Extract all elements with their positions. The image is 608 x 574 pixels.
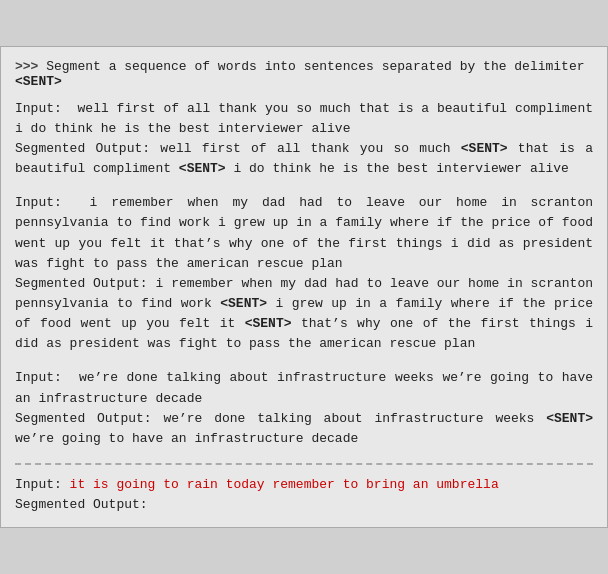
current-input-text: it is going to rain today remember to br…	[70, 477, 499, 492]
example-block-1: Input: well first of all thank you so mu…	[15, 99, 593, 180]
block3-sent1: <SENT>	[546, 411, 593, 426]
block3-output-label: Segmented Output:	[15, 411, 163, 426]
prompt-line: >>> Segment a sequence of words into sen…	[15, 59, 593, 89]
block2-input-text: i remember when my dad had to leave our …	[15, 195, 593, 270]
block1-sent1: <SENT>	[461, 141, 508, 156]
section-divider	[15, 463, 593, 465]
block1-sent2: <SENT>	[179, 161, 226, 176]
example-block-2: Input: i remember when my dad had to lea…	[15, 193, 593, 354]
prompt-arrows: >>>	[15, 59, 38, 74]
block2-output-label: Segmented Output:	[15, 276, 156, 291]
block2-sent1: <SENT>	[220, 296, 267, 311]
prompt-instruction: Segment a sequence of words into sentenc…	[46, 59, 584, 74]
example-block-3: Input: we’re done talking about infrastr…	[15, 368, 593, 449]
terminal-window: >>> Segment a sequence of words into sen…	[0, 46, 608, 529]
block2-input: Input: i remember when my dad had to lea…	[15, 193, 593, 274]
block1-input: Input: well first of all thank you so mu…	[15, 99, 593, 139]
block2-sent2: <SENT>	[245, 316, 292, 331]
block3-input-text: we’re done talking about infrastructure …	[15, 370, 593, 405]
block1-input-label: Input:	[15, 101, 70, 116]
block1-output: Segmented Output: well first of all than…	[15, 139, 593, 179]
current-input-label: Input:	[15, 477, 70, 492]
block1-output-p1: well first of all thank you so much	[160, 141, 460, 156]
current-output: Segmented Output:	[15, 495, 593, 515]
block3-output-p1: we’re done talking about infrastructure …	[163, 411, 546, 426]
block3-input-label: Input:	[15, 370, 70, 385]
prompt-sent-tag: <SENT>	[15, 74, 62, 89]
block1-output-label: Segmented Output:	[15, 141, 160, 156]
current-section: Input: it is going to rain today remembe…	[15, 475, 593, 515]
block3-output-p2: we’re going to have an infrastructure de…	[15, 431, 358, 446]
block3-output: Segmented Output: we’re done talking abo…	[15, 409, 593, 449]
current-input: Input: it is going to rain today remembe…	[15, 475, 593, 495]
block3-input: Input: we’re done talking about infrastr…	[15, 368, 593, 408]
block2-input-label: Input:	[15, 195, 76, 210]
block1-output-p3: i do think he is the best interviewer al…	[226, 161, 569, 176]
current-output-label: Segmented Output:	[15, 497, 148, 512]
block2-output: Segmented Output: i remember when my dad…	[15, 274, 593, 355]
block1-input-text: well first of all thank you so much that…	[15, 101, 593, 136]
